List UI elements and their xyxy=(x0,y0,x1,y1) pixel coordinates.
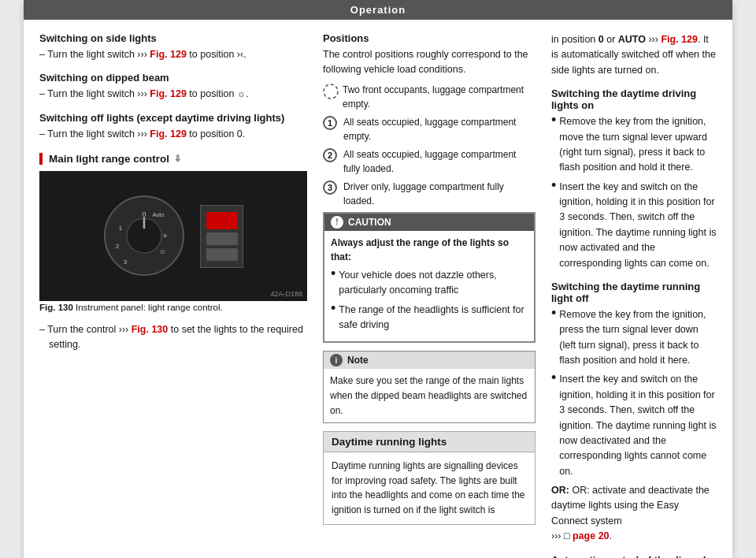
main-light-range-label: Main light range control xyxy=(49,153,169,165)
note-header: i Note xyxy=(324,352,535,369)
fig-129-ref-right: Fig. 129 xyxy=(661,34,698,45)
slider-block xyxy=(200,205,243,268)
svg-text:1: 1 xyxy=(119,225,123,232)
position-text-0: Two front occupants, luggage compartment… xyxy=(343,83,536,111)
info-icon: i xyxy=(330,354,343,366)
main-light-range-section: Main light range control ⇩ xyxy=(39,153,307,165)
svg-text:0: 0 xyxy=(142,210,146,218)
caution-bullet-2: • The range of the headlights is suffici… xyxy=(331,303,528,333)
content: Switching on side lights – Turn the ligh… xyxy=(24,20,732,558)
bullet-dot-r4: • xyxy=(551,370,556,385)
position-item-0: Two front occupants, luggage compartment… xyxy=(323,83,536,111)
positions-heading: Positions xyxy=(323,32,536,44)
figure-caption: Fig. 130 Instrument panel: light range c… xyxy=(39,301,307,314)
fig-130-ref: Fig. 130 xyxy=(132,324,169,335)
rotary-dial-svg: 0 1 2 3 Auto ☀ ⊙ xyxy=(103,195,186,277)
heading-side-lights: Switching on side lights xyxy=(39,32,307,44)
slider-gray-button2 xyxy=(206,248,238,261)
position-text-2: All seats occupied, luggage compartment … xyxy=(343,147,536,176)
bullet-dot-r1: • xyxy=(551,113,556,127)
daytime-off-bullet-1: • Remove the key from the ignition, pres… xyxy=(551,307,717,369)
daytime-off-text-1: Remove the key from the ignition, press … xyxy=(559,307,717,369)
position-icon-2: 2 xyxy=(323,148,337,162)
bullet-dot-r3: • xyxy=(551,306,556,320)
light-control-instruction: – Turn the control ››› Fig. 130 to set t… xyxy=(39,322,307,353)
fig-129-ref-1: Fig. 129 xyxy=(150,49,187,60)
fig-130-desc: Instrument panel: light range control. xyxy=(76,303,223,312)
switch-off-instruction: – Turn the light switch ››› Fig. 129 to … xyxy=(39,127,307,142)
caution-bullet-text-2: The range of the headlights is sufficien… xyxy=(339,303,528,333)
caution-label: CAUTION xyxy=(348,217,391,228)
page: Operation Switching on side lights – Tur… xyxy=(24,0,732,558)
slider-gray-button xyxy=(206,232,238,245)
position-text-3: Driver only, luggage compartment fully l… xyxy=(343,180,536,208)
daytime-on-bullet-1: • Remove the key from the ignition, move… xyxy=(551,114,717,176)
daytime-running-box: Daytime running lights Daytime running l… xyxy=(323,431,536,524)
caution-bullet-text-1: Your vehicle does not dazzle others, par… xyxy=(339,268,528,299)
fig-130-label: Fig. 130 xyxy=(39,303,73,312)
left-column: Switching on side lights – Turn the ligh… xyxy=(39,32,307,558)
svg-text:⊙: ⊙ xyxy=(160,248,165,255)
position-text-1: All seats occupied, luggage compartment … xyxy=(343,115,536,143)
daytime-on-text-1: Remove the key from the ignition, move t… xyxy=(559,114,717,176)
note-box: i Note Make sure you set the range of th… xyxy=(323,351,536,423)
note-body: Make sure you set the range of the main … xyxy=(324,369,535,422)
fig-129-ref-2: Fig. 129 xyxy=(150,88,187,99)
bullet-dot-r2: • xyxy=(551,178,556,192)
link-icon: ⇩ xyxy=(174,154,181,164)
position-item-3: 3 Driver only, luggage compartment fully… xyxy=(323,180,536,208)
position-icon-1: 1 xyxy=(323,116,337,130)
caution-icon: ! xyxy=(331,216,343,229)
image-reference: 42A-D188 xyxy=(270,290,302,298)
svg-text:3: 3 xyxy=(124,259,128,266)
heading-switch-off: Switching off lights (except daytime dri… xyxy=(39,112,307,124)
position-icon-dash xyxy=(323,84,339,103)
heading-automatic-control: Automatic control of the dipped beam in … xyxy=(551,554,717,559)
bullet-dot-1: • xyxy=(331,266,335,281)
daytime-off-bullet-2: • Insert the key and switch on the ignit… xyxy=(551,372,717,479)
positions-intro: The control positions roughly correspond… xyxy=(323,47,536,78)
header-title: Operation xyxy=(350,4,406,16)
svg-text:2: 2 xyxy=(116,243,120,250)
daytime-on-text-2: Insert the key and switch on the ignitio… xyxy=(559,180,717,271)
slider-red-button xyxy=(206,212,238,229)
caution-bullet-1: • Your vehicle does not dazzle others, p… xyxy=(331,268,528,299)
note-label: Note xyxy=(347,355,369,366)
page-20-ref: page 20 xyxy=(573,530,610,541)
heading-switching-daytime-off: Switching the daytime running light off xyxy=(551,281,717,304)
caution-body: Always adjust the range of the lights so… xyxy=(324,231,534,342)
side-lights-instruction: – Turn the light switch ››› Fig. 129 to … xyxy=(39,47,307,62)
caution-header: ! CAUTION xyxy=(324,214,534,231)
heading-dipped-beam: Switching on dipped beam xyxy=(39,72,307,84)
dipped-beam-instruction: – Turn the light switch ››› Fig. 129 to … xyxy=(39,87,307,102)
daytime-on-bullet-2: • Insert the key and switch on the ignit… xyxy=(551,180,717,271)
circle-dash-icon xyxy=(323,84,339,99)
note-text: Make sure you set the range of the main … xyxy=(330,375,527,415)
daytime-off-text-2: Insert the key and switch on the ignitio… xyxy=(559,372,717,479)
daytime-running-heading: Daytime running lights xyxy=(324,432,535,452)
daytime-running-body: Daytime running lights are signalling de… xyxy=(324,452,535,523)
position-item-2: 2 All seats occupied, luggage compartmen… xyxy=(323,147,536,176)
or-text: OR: OR: activate and deactivate the dayt… xyxy=(551,483,717,545)
heading-switching-daytime-on: Switching the daytime driving lights on xyxy=(551,87,717,111)
caution-bold-line: Always adjust the range of the lights so… xyxy=(331,236,528,265)
svg-text:Auto: Auto xyxy=(153,212,165,218)
position-icon-3: 3 xyxy=(323,180,337,195)
fig-129-ref-3: Fig. 129 xyxy=(150,128,187,140)
center-column: Positions The control positions roughly … xyxy=(323,32,536,558)
svg-point-10 xyxy=(324,84,338,99)
bullet-dot-2: • xyxy=(331,301,335,315)
right-intro: in position 0 or AUTO ››› Fig. 129. It i… xyxy=(551,32,717,78)
right-column: in position 0 or AUTO ››› Fig. 129. It i… xyxy=(551,32,717,558)
position-item-1: 1 All seats occupied, luggage compartmen… xyxy=(323,115,536,143)
header-bar: Operation xyxy=(24,0,732,20)
instrument-panel-image: 0 1 2 3 Auto ☀ ⊙ xyxy=(39,171,307,301)
caution-box: ! CAUTION Always adjust the range of the… xyxy=(323,212,536,344)
svg-text:☀: ☀ xyxy=(162,232,168,240)
